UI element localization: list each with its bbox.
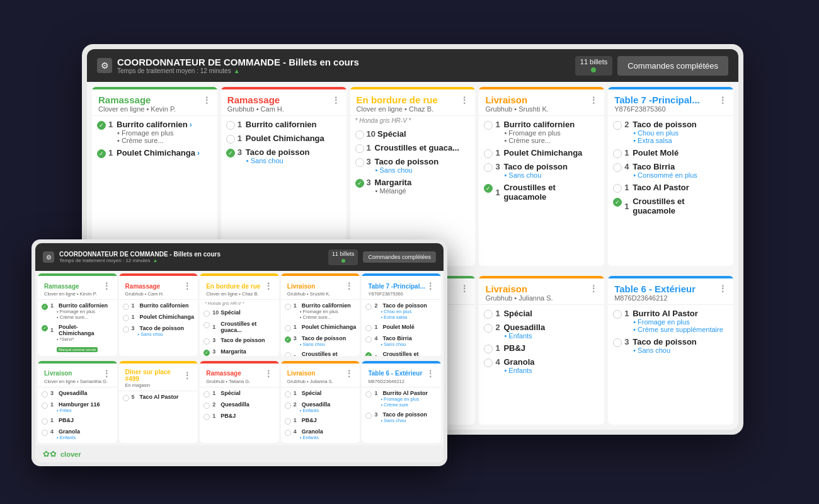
check-circle[interactable] <box>355 158 364 167</box>
completed-button-small[interactable]: Commandes complétées <box>363 251 436 263</box>
col-body: 1 Spécial 2 Quesadilla <box>200 387 279 444</box>
order-item: 1 Poulet Chimichanga <box>285 324 357 331</box>
item-name: 1 Burrito californien <box>294 302 357 309</box>
item-qty: 1 <box>294 354 300 356</box>
check-circle[interactable] <box>613 184 622 193</box>
check-circle[interactable]: ✓ <box>42 304 48 310</box>
more-options-icon[interactable]: ⋮ <box>426 369 435 379</box>
check-circle[interactable]: ✓ <box>97 121 106 130</box>
check-circle[interactable] <box>484 324 493 333</box>
more-options-icon[interactable]: ⋮ <box>589 284 598 294</box>
check-circle[interactable] <box>355 130 364 139</box>
more-options-icon[interactable]: ⋮ <box>460 284 469 294</box>
item-qty: 1 <box>624 148 631 158</box>
check-circle[interactable] <box>42 418 48 425</box>
item-name: 2 Quesadilla <box>294 401 357 408</box>
order-item: 2 Quesadilla <box>203 401 275 409</box>
check-circle[interactable] <box>484 149 493 158</box>
more-options-icon[interactable]: ⋮ <box>426 281 435 291</box>
check-circle[interactable] <box>285 304 291 310</box>
more-options-icon[interactable]: ⋮ <box>264 369 273 379</box>
more-options-icon[interactable]: ⋮ <box>345 369 353 379</box>
more-options-icon[interactable]: ⋮ <box>264 281 273 291</box>
check-circle[interactable] <box>365 325 372 331</box>
more-options-icon[interactable]: ⋮ <box>718 95 727 105</box>
item-name: 3 Taco de poisson <box>212 337 275 343</box>
check-circle[interactable]: ✓ <box>355 179 364 188</box>
more-options-icon[interactable]: ⋮ <box>718 284 727 294</box>
check-circle[interactable] <box>484 163 493 172</box>
col-title-text: Table 6 - Extérieur <box>614 284 696 294</box>
item-mod-link: • Enfants <box>300 435 357 440</box>
check-circle[interactable] <box>285 352 291 356</box>
check-circle[interactable] <box>365 391 372 398</box>
check-circle[interactable]: ✓ <box>285 336 291 343</box>
more-options-icon[interactable]: ⋮ <box>345 281 353 291</box>
order-item: ✓ 3 Taco de poisson • Sans chou <box>285 335 357 347</box>
check-circle[interactable] <box>203 322 210 328</box>
check-circle[interactable] <box>123 315 129 321</box>
columns-row2-small: Livraison ⋮ Clover en ligne • Samantha G… <box>35 358 444 446</box>
check-circle[interactable] <box>123 304 129 310</box>
check-circle[interactable] <box>203 391 210 398</box>
item-content: 3 Taco de poisson <box>212 337 275 343</box>
completed-button-large[interactable]: Commandes complétées <box>617 56 728 76</box>
check-circle[interactable]: ✓ <box>484 184 493 193</box>
check-circle[interactable] <box>365 336 372 343</box>
check-circle[interactable] <box>123 395 129 401</box>
check-circle[interactable] <box>285 418 291 425</box>
check-circle[interactable] <box>42 403 48 409</box>
check-circle[interactable] <box>226 135 235 144</box>
check-circle[interactable] <box>484 358 493 367</box>
check-circle[interactable] <box>42 391 48 398</box>
check-circle[interactable]: ✓ <box>97 149 106 158</box>
more-options-icon[interactable]: ⋮ <box>102 281 111 291</box>
gear-icon-small[interactable]: ⚙ <box>43 251 54 263</box>
order-item: 2 Quesadilla • Enfants <box>484 323 599 340</box>
more-options-icon[interactable]: ⋮ <box>183 370 192 381</box>
check-circle[interactable] <box>365 413 372 419</box>
check-circle[interactable] <box>285 325 291 331</box>
more-options-icon[interactable]: ⋮ <box>460 95 469 105</box>
check-circle[interactable] <box>203 338 210 345</box>
item-content: 1 PB&J <box>294 417 357 423</box>
order-item: ✓ 1 Croustilles et guacamole <box>365 351 437 356</box>
more-options-icon[interactable]: ⋮ <box>183 281 192 291</box>
check-circle[interactable] <box>613 163 622 172</box>
check-circle[interactable]: ✓ <box>226 149 235 158</box>
more-options-icon[interactable]: ⋮ <box>589 95 598 105</box>
check-circle[interactable] <box>484 310 493 319</box>
check-circle[interactable] <box>613 121 622 130</box>
more-options-icon[interactable]: ⋮ <box>331 95 340 105</box>
check-circle[interactable] <box>365 304 372 310</box>
check-circle[interactable] <box>203 311 210 317</box>
check-circle[interactable] <box>226 121 235 130</box>
check-circle[interactable] <box>613 338 622 347</box>
check-circle[interactable]: ✓ <box>42 325 48 331</box>
check-circle[interactable] <box>42 430 48 436</box>
check-circle[interactable] <box>355 144 364 153</box>
item-qty: 3 <box>212 337 219 343</box>
check-circle[interactable]: ✓ <box>365 352 372 356</box>
check-circle[interactable] <box>484 121 493 130</box>
item-content: 10 Spécial <box>212 309 275 316</box>
check-circle[interactable] <box>484 345 493 353</box>
check-circle[interactable] <box>285 430 291 436</box>
check-circle[interactable] <box>285 403 291 409</box>
check-circle[interactable] <box>613 149 622 158</box>
order-item: 1 Burrito californien <box>123 302 195 310</box>
check-circle[interactable] <box>123 326 129 333</box>
more-options-icon[interactable]: ⋮ <box>102 369 111 379</box>
check-circle[interactable] <box>203 414 210 420</box>
check-circle[interactable] <box>285 391 291 398</box>
more-options-icon[interactable]: ⋮ <box>202 95 211 105</box>
check-circle[interactable] <box>203 403 210 409</box>
item-qty: 4 <box>50 428 57 435</box>
col-body: 3 Quesadilla 1 Hamburger 116 • Frites <box>38 387 117 444</box>
check-circle[interactable]: ✓ <box>613 198 622 207</box>
item-qty: 1 <box>294 417 300 423</box>
col-body: 2 Taco de poisson • Chou en plus• Extra … <box>608 116 733 266</box>
gear-icon[interactable]: ⚙ <box>97 58 112 73</box>
check-circle[interactable]: ✓ <box>203 350 210 356</box>
check-circle[interactable] <box>613 310 622 319</box>
